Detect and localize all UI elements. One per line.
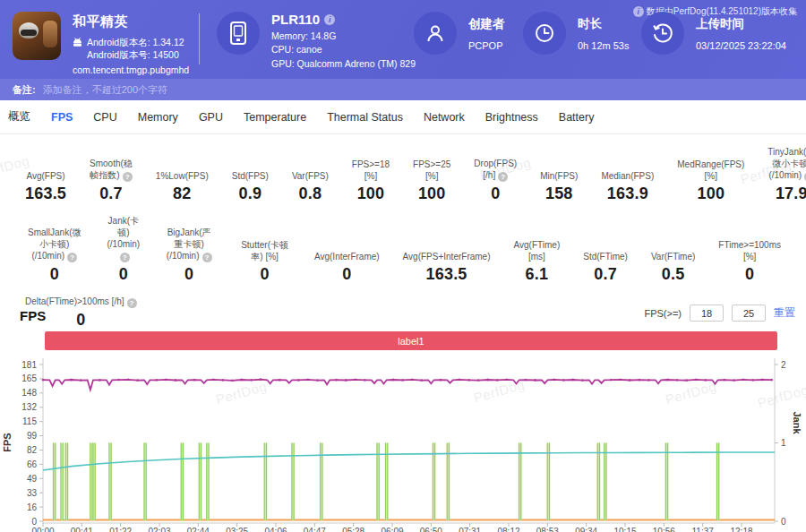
person-icon: [414, 12, 457, 55]
fps-chart[interactable]: 181165148132115998266493316021000:0000:4…: [0, 353, 806, 532]
help-icon[interactable]: ?: [127, 298, 137, 308]
svg-text:0: 0: [781, 517, 786, 527]
stat-item: Std(FPS)0.9: [220, 170, 280, 203]
svg-text:08:53: 08:53: [536, 527, 559, 532]
stat-item: SmallJank(微小卡顿) (/10min)?0: [13, 227, 95, 284]
device-info-icon[interactable]: i: [324, 14, 335, 25]
tab-概览[interactable]: 概览: [8, 109, 30, 124]
app-package: com.tencent.tmgp.pubgmhd: [73, 64, 189, 75]
tab-temperature[interactable]: Temperature: [244, 111, 306, 124]
upload-time-block: 上传时间 03/12/2025 23:22:04: [641, 12, 786, 55]
creator-label: 创建者: [468, 16, 505, 32]
svg-text:16: 16: [27, 502, 38, 512]
svg-text:07:31: 07:31: [459, 527, 481, 532]
stat-label: FTime>=100ms [%]: [718, 239, 781, 262]
svg-text:115: 115: [22, 416, 37, 426]
svg-text:2: 2: [781, 360, 786, 370]
help-icon[interactable]: ?: [120, 253, 130, 262]
svg-text:00:00: 00:00: [31, 527, 54, 532]
stat-item: TinyJank(极微小卡顿) (/10min)?17.9: [756, 146, 806, 203]
svg-text:82: 82: [27, 445, 38, 455]
upload-time-label: 上传时间: [696, 16, 786, 32]
tab-brightness[interactable]: Brightness: [485, 111, 538, 124]
help-icon[interactable]: ?: [498, 172, 508, 182]
stat-item: FPS>=18 [%]100: [340, 159, 401, 203]
tab-cpu[interactable]: CPU: [93, 111, 116, 124]
stat-label: Median(FPS): [601, 170, 654, 182]
help-icon[interactable]: ?: [202, 253, 212, 262]
history-clock-icon: [641, 12, 684, 55]
svg-text:FPS: FPS: [2, 433, 13, 451]
android-version-name: Android版本名: 1.34.12: [87, 36, 184, 48]
stat-label: Avg(FTime) [ms]: [514, 239, 561, 262]
svg-text:11:37: 11:37: [692, 527, 715, 532]
stat-label: Drop(FPS) [/h]?: [474, 158, 517, 182]
stat-value: 0.7: [99, 184, 123, 203]
stat-item: Avg(InterFrame)0: [303, 251, 391, 284]
stat-label: FPS>=18 [%]: [352, 159, 390, 182]
svg-text:0: 0: [31, 517, 37, 527]
tab-network[interactable]: Network: [424, 111, 465, 124]
stat-item: Avg(FPS+InterFrame)163.5: [391, 251, 502, 284]
stat-label: Avg(InterFrame): [314, 251, 380, 262]
stat-item: Var(FPS)0.8: [280, 170, 340, 203]
stat-value: 0: [491, 184, 500, 203]
stat-value: 163.5: [25, 184, 66, 203]
stat-label: FPS>=25 [%]: [413, 159, 450, 182]
help-icon[interactable]: ?: [67, 253, 77, 262]
svg-text:01:22: 01:22: [109, 527, 132, 532]
chart-annotation-bar[interactable]: label1: [45, 331, 777, 350]
svg-text:00:41: 00:41: [71, 527, 93, 532]
help-icon[interactable]: ?: [123, 172, 133, 182]
stat-value: 100: [697, 184, 725, 203]
svg-text:04:06: 04:06: [264, 527, 287, 532]
duration-value: 0h 12m 53s: [578, 40, 629, 51]
stat-item: FTime>=100ms [%]0: [707, 239, 793, 284]
device-gpu: GPU: Qualcomm Adreno (TM) 829: [271, 58, 416, 69]
reset-button[interactable]: 重置: [774, 305, 795, 321]
svg-text:10:15: 10:15: [613, 527, 636, 532]
app-name: 和平精英: [73, 13, 189, 30]
stat-value: 0.7: [594, 265, 617, 284]
fps-threshold-input-2[interactable]: [732, 305, 766, 322]
stat-label: MedRange(FPS)[%]: [677, 159, 744, 182]
android-version-code: Android版本号: 14500: [87, 48, 184, 61]
stat-label: Std(FTime): [583, 251, 628, 262]
report-header: i 数据由PerfDog(11.4.251012)版本收集 和平精英 Andro…: [0, 0, 806, 79]
stat-label: BigJank(严重卡顿) (/10min)?: [163, 227, 215, 262]
fps-chart-title: FPS: [20, 308, 46, 323]
svg-text:02:03: 02:03: [148, 527, 170, 532]
stat-value: 100: [418, 184, 446, 203]
fps-threshold-input-1[interactable]: [690, 305, 724, 322]
tab-fps[interactable]: FPS: [51, 111, 73, 124]
stat-value: 17.9: [776, 184, 806, 203]
svg-text:12:18: 12:18: [730, 527, 752, 532]
stat-label: Min(FPS): [540, 170, 578, 182]
tab-memory[interactable]: Memory: [138, 111, 178, 124]
stat-label: Var(FTime): [651, 251, 695, 262]
stat-value: 6.1: [526, 265, 549, 284]
stat-value: 0: [50, 265, 59, 284]
svg-text:49: 49: [27, 474, 38, 484]
stat-value: 0.8: [299, 184, 322, 203]
creator-value: PCPOP: [468, 40, 505, 51]
chart-annotation-label: label1: [398, 336, 424, 347]
note-bar[interactable]: 备注: 添加备注，不超过200个字符: [0, 79, 806, 100]
stat-value: 158: [545, 184, 573, 203]
android-icon: [73, 37, 82, 48]
stat-value: 0.9: [239, 184, 262, 203]
stat-label: Var(FPS): [292, 170, 329, 182]
stat-value: 163.5: [426, 265, 467, 284]
stat-item: Smooth(稳帧指数)?0.7: [78, 158, 144, 203]
tab-thermal-status[interactable]: Thermal Status: [327, 111, 403, 124]
stat-item: MedRange(FPS)[%]100: [665, 159, 756, 203]
creator-block: 创建者 PCPOP: [414, 12, 505, 55]
svg-text:03:25: 03:25: [226, 527, 248, 532]
svg-text:Jank: Jank: [792, 411, 802, 434]
svg-text:1: 1: [781, 438, 786, 448]
tab-gpu[interactable]: GPU: [199, 111, 223, 124]
tab-battery[interactable]: Battery: [559, 111, 595, 124]
svg-text:99: 99: [27, 431, 38, 441]
stat-label: Delta(FTime)>100ms [/h]?: [25, 296, 137, 308]
stat-label: TinyJank(极微小卡顿) (/10min)?: [767, 146, 806, 182]
